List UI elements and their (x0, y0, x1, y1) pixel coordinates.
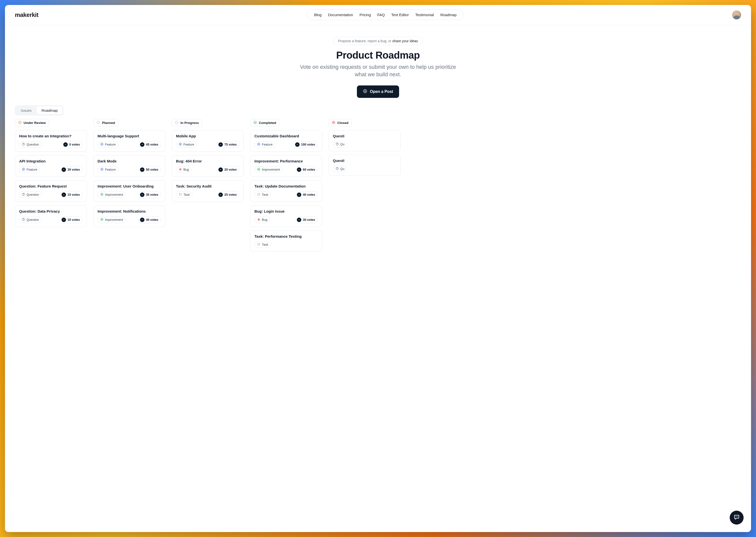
vote-button[interactable]: 45 votes (138, 141, 161, 148)
card-meta-row: Question 0 votes (19, 141, 83, 148)
vote-button[interactable]: 20 votes (217, 166, 240, 173)
help-icon (336, 167, 339, 171)
vote-button[interactable]: 25 votes (217, 191, 240, 198)
roadmap-card[interactable]: Improvement: Notifications Improvement 4… (93, 205, 165, 227)
vote-button[interactable]: 40 votes (138, 216, 161, 223)
nav-link-faq[interactable]: FAQ (377, 13, 385, 17)
card-tag-label: Question (26, 193, 39, 196)
roadmap-card[interactable]: Question: Feature Request Question 15 vo… (15, 180, 87, 202)
open-post-button[interactable]: Open a Post (357, 85, 399, 98)
nav-link-blog[interactable]: Blog (314, 13, 321, 17)
card-tag-label: Question (26, 143, 39, 146)
vote-button[interactable]: 30 votes (295, 216, 318, 223)
vote-button[interactable]: 60 votes (295, 166, 318, 173)
roadmap-card[interactable]: Improvement: Performance Improvement 60 … (250, 155, 322, 177)
plus-circle-icon (257, 143, 260, 146)
card-title: Question: Data Privacy (19, 209, 83, 213)
brand-logo[interactable]: makerkit (15, 12, 38, 19)
roadmap-card[interactable]: Task: Security Audit Task 25 votes (172, 180, 244, 202)
roadmap-card[interactable]: Bug: Login Issue Bug 30 votes (250, 205, 322, 227)
vote-count: 40 votes (303, 193, 315, 196)
column-label: Planned (102, 121, 115, 125)
card-title: Bug: Login Issue (254, 209, 318, 213)
dashed-circle-icon (96, 121, 100, 125)
roadmap-card[interactable]: Task: Update Documentation Task 40 votes (250, 180, 322, 202)
board-scroll[interactable]: Under Review How to create an Integratio… (5, 119, 751, 532)
card-title: Customizable Dashboard (254, 134, 318, 138)
card-title: Task: Performance Testing (254, 234, 318, 238)
vote-button[interactable]: 75 votes (217, 141, 240, 148)
tabs-row: Issues Roadmap (5, 105, 751, 119)
card-meta-row: Improvement 60 votes (254, 166, 318, 173)
column-under-review: Under Review How to create an Integratio… (15, 119, 87, 524)
card-title: Dark Mode (97, 159, 161, 163)
card-title: Question: Feature Request (19, 184, 83, 188)
card-meta-row: Qu (333, 166, 397, 172)
roadmap-card[interactable]: Dark Mode Feature 50 votes (93, 155, 165, 177)
roadmap-card[interactable]: Questi Qu (329, 130, 400, 151)
roadmap-card[interactable]: Task: Performance Testing Task (250, 230, 322, 252)
chat-fab[interactable] (730, 511, 743, 524)
card-title: Improvement: User Onboarding (97, 184, 161, 188)
roadmap-card[interactable]: Bug: 404 Error Bug 20 votes (172, 155, 244, 177)
card-tag-label: Improvement (105, 218, 123, 222)
vote-button[interactable]: 100 votes (294, 141, 318, 148)
nav-link-testimonial[interactable]: Testimonial (415, 13, 434, 17)
x-circle-icon (332, 121, 335, 125)
upvote-icon (140, 142, 144, 147)
card-tag-label: Feature (105, 143, 116, 146)
roadmap-card[interactable]: Improvement: User Onboarding Improvement… (93, 180, 165, 202)
card-tag: Feature (19, 166, 40, 173)
vote-button[interactable]: 10 votes (60, 216, 83, 223)
card-tag: Question (19, 141, 42, 148)
card-tag: Improvement (254, 166, 283, 173)
upvote-icon (63, 142, 68, 147)
help-icon (336, 142, 339, 146)
nav-link-pricing[interactable]: Pricing (359, 13, 371, 17)
card-tag-label: Bug (262, 218, 267, 222)
column-header-planned: Planned (93, 119, 118, 127)
roadmap-card[interactable]: Multi-language Support Feature 45 votes (93, 130, 165, 152)
column-cards: Customizable Dashboard Feature 100 votes… (250, 130, 322, 252)
vote-button[interactable]: 30 votes (60, 166, 83, 173)
hero-chip[interactable]: Propose a feature, report a bug, or shar… (333, 37, 423, 45)
card-title: Questi (333, 134, 397, 138)
tab-roadmap[interactable]: Roadmap (36, 106, 62, 114)
vote-button[interactable]: 35 votes (138, 191, 161, 198)
user-avatar[interactable] (732, 11, 741, 20)
card-tag-label: Feature (26, 168, 37, 171)
upvote-icon (61, 192, 66, 197)
vote-count: 30 votes (67, 168, 80, 171)
nav-link-roadmap[interactable]: Roadmap (440, 13, 456, 17)
roadmap-card[interactable]: Mobile App Feature 75 votes (172, 130, 244, 152)
roadmap-card[interactable]: Questi Qu (329, 155, 400, 176)
tab-issues[interactable]: Issues (16, 106, 36, 114)
card-title: Mobile App (176, 134, 240, 138)
card-tag-label: Feature (183, 143, 194, 146)
vote-button[interactable]: 15 votes (60, 191, 83, 198)
nav-link-text-editor[interactable]: Text Editor (391, 13, 409, 17)
square-icon (257, 243, 260, 247)
roadmap-card[interactable]: Question: Data Privacy Question 10 votes (15, 205, 87, 227)
roadmap-card[interactable]: Customizable Dashboard Feature 100 votes (250, 130, 322, 152)
card-tag: Bug (254, 217, 270, 223)
vote-button[interactable]: 50 votes (138, 166, 161, 173)
vote-button[interactable]: 40 votes (295, 191, 318, 198)
card-tag: Improvement (97, 217, 126, 223)
plus-circle-icon (100, 168, 103, 172)
card-tag-label: Bug (183, 168, 189, 171)
dashed-circle-icon (175, 121, 178, 125)
vote-count: 20 votes (224, 168, 237, 171)
column-label: In Progress (180, 121, 199, 125)
card-tag: Task (254, 191, 271, 198)
kanban-board: Under Review How to create an Integratio… (15, 119, 741, 524)
card-meta-row: Task 25 votes (176, 191, 240, 198)
vote-button[interactable]: 0 votes (62, 141, 83, 148)
card-meta-row: Task (254, 241, 318, 248)
roadmap-card[interactable]: How to create an Integration? Question 0… (15, 130, 87, 152)
page-title: Product Roadmap (10, 50, 746, 61)
nav-link-documentation[interactable]: Documentation (328, 13, 353, 17)
card-tag: Feature (176, 141, 197, 148)
roadmap-card[interactable]: API Integration Feature 30 votes (15, 155, 87, 177)
column-cards: Questi Qu Questi Qu (329, 130, 400, 176)
